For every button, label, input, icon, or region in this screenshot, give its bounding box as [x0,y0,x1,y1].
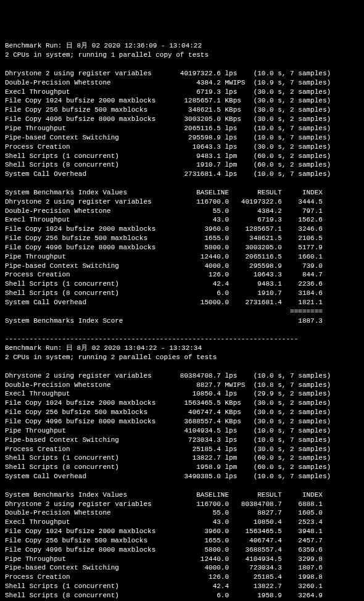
terminal-output: Benchmark Run: 日 8月 02 2020 12:36:09 - 1… [5,41,359,601]
